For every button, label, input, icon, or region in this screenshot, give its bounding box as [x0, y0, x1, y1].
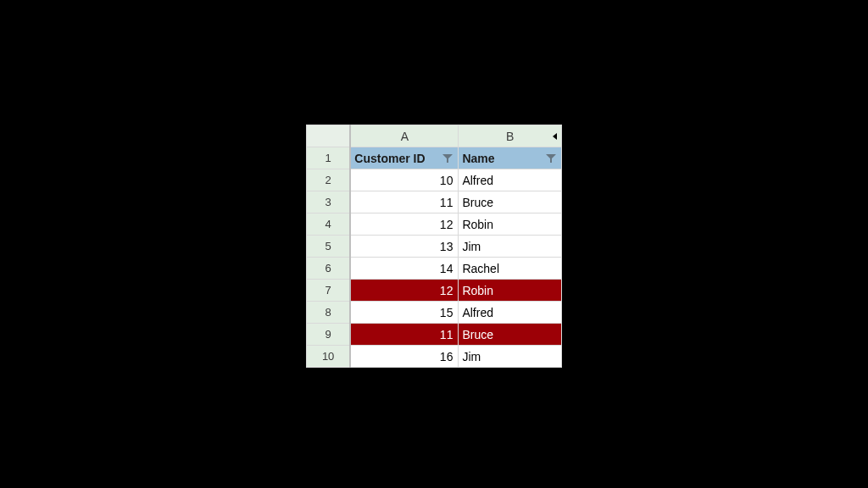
row-header[interactable]: 5: [307, 236, 351, 258]
table-row: 4 12 Robin: [307, 214, 562, 236]
filter-icon[interactable]: [442, 154, 453, 163]
cell-name[interactable]: Jim: [459, 236, 562, 258]
collapse-left-icon[interactable]: [551, 125, 559, 147]
cell-customer-id[interactable]: 15: [350, 302, 459, 324]
cell-name[interactable]: Bruce: [459, 191, 562, 214]
column-header-row: A B: [307, 125, 562, 147]
cell-name[interactable]: Alfred: [459, 169, 562, 191]
table-row: 10 16 Jim: [307, 346, 562, 368]
cell-customer-id[interactable]: 11: [350, 324, 459, 346]
column-header-b-label: B: [506, 130, 514, 143]
cell-customer-id[interactable]: 14: [350, 258, 459, 280]
table-row: 3 11 Bruce: [307, 191, 562, 214]
row-header[interactable]: 2: [307, 169, 351, 191]
svg-marker-2: [546, 154, 556, 163]
cell-customer-id[interactable]: 12: [350, 280, 459, 302]
cell-name[interactable]: Robin: [459, 214, 562, 236]
cell-name[interactable]: Rachel: [459, 258, 562, 280]
row-header[interactable]: 4: [307, 214, 351, 236]
cell-name[interactable]: Jim: [459, 346, 562, 368]
header-cell-customer-id[interactable]: Customer ID: [350, 147, 459, 169]
table-row: 5 13 Jim: [307, 236, 562, 258]
cell-name[interactable]: Robin: [459, 280, 562, 302]
column-header-b[interactable]: B: [459, 125, 562, 147]
row-header[interactable]: 10: [307, 346, 351, 368]
column-header-a-label: A: [401, 130, 409, 143]
row-header[interactable]: 6: [307, 258, 351, 280]
table-row: 8 15 Alfred: [307, 302, 562, 324]
cell-name[interactable]: Alfred: [459, 302, 562, 324]
cell-name[interactable]: Bruce: [459, 324, 562, 346]
row-header[interactable]: 9: [307, 324, 351, 346]
cell-customer-id[interactable]: 11: [350, 191, 459, 214]
table-row: 6 14 Rachel: [307, 258, 562, 280]
select-all-corner[interactable]: [307, 125, 351, 147]
row-header[interactable]: 7: [307, 280, 351, 302]
table-header-row: 1 Customer ID Name: [307, 147, 562, 169]
table-row-duplicate: 9 11 Bruce: [307, 324, 562, 346]
svg-marker-0: [553, 133, 557, 140]
cell-customer-id[interactable]: 12: [350, 214, 459, 236]
column-header-a[interactable]: A: [350, 125, 459, 147]
table-row: 2 10 Alfred: [307, 169, 562, 191]
cell-customer-id[interactable]: 13: [350, 236, 459, 258]
row-header-1[interactable]: 1: [307, 147, 351, 169]
spreadsheet-view[interactable]: A B 1 Customer ID Name: [306, 125, 562, 368]
svg-marker-1: [442, 154, 453, 163]
table-row-duplicate: 7 12 Robin: [307, 280, 562, 302]
filter-icon[interactable]: [546, 154, 556, 163]
header-label: Customer ID: [354, 152, 425, 165]
header-label: Name: [462, 152, 494, 165]
header-cell-name[interactable]: Name: [459, 147, 562, 169]
row-header[interactable]: 3: [307, 191, 351, 214]
cell-customer-id[interactable]: 10: [350, 169, 459, 191]
grid: A B 1 Customer ID Name: [306, 125, 562, 368]
row-header[interactable]: 8: [307, 302, 351, 324]
cell-customer-id[interactable]: 16: [350, 346, 459, 368]
